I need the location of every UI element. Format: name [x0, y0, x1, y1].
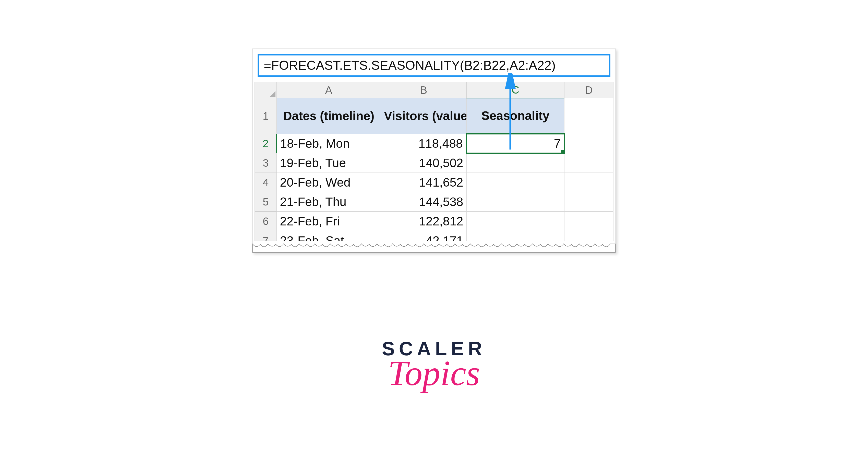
spreadsheet-grid[interactable]: A B C D 1 Dates (timeline) Visitors (val… [252, 82, 616, 253]
cell-a3[interactable]: 19-Feb, Tue [277, 153, 381, 173]
cell-b3[interactable]: 140,502 [381, 153, 466, 173]
cell-c1[interactable]: Seasonality [466, 98, 564, 134]
cell-c5[interactable] [466, 192, 564, 211]
select-all-corner[interactable] [255, 82, 277, 98]
cell-c3[interactable] [466, 153, 564, 173]
col-header-a[interactable]: A [277, 82, 381, 98]
cell-a2[interactable]: 18-Feb, Mon [277, 134, 381, 153]
row-header-3[interactable]: 3 [255, 153, 277, 173]
logo-line2: Topics [382, 352, 486, 394]
cell-b4[interactable]: 141,652 [381, 173, 466, 192]
scaler-topics-logo: SCALER Topics [382, 337, 486, 394]
excel-window: =FORECAST.ETS.SEASONALITY(B2:B22,A2:A22)… [252, 49, 616, 253]
row-header-2[interactable]: 2 [255, 134, 277, 153]
cell-c4[interactable] [466, 173, 564, 192]
cell-b1[interactable]: Visitors (values) [381, 98, 466, 134]
cell-d2[interactable] [564, 134, 614, 153]
row-header-5[interactable]: 5 [255, 192, 277, 211]
cell-a6[interactable]: 22-Feb, Fri [277, 211, 381, 231]
col-header-c[interactable]: C [466, 82, 564, 98]
cell-b6[interactable]: 122,812 [381, 211, 466, 231]
formula-bar[interactable]: =FORECAST.ETS.SEASONALITY(B2:B22,A2:A22) [257, 54, 611, 77]
cell-a5[interactable]: 21-Feb, Thu [277, 192, 381, 211]
col-header-b[interactable]: B [381, 82, 466, 98]
cell-c6[interactable] [466, 211, 564, 231]
cell-a1[interactable]: Dates (timeline) [277, 98, 381, 134]
cell-d5[interactable] [564, 192, 614, 211]
row-header-4[interactable]: 4 [255, 173, 277, 192]
row-header-1[interactable]: 1 [255, 98, 277, 134]
cell-c2[interactable]: 7 [466, 134, 564, 153]
row-header-6[interactable]: 6 [255, 211, 277, 231]
cell-a4[interactable]: 20-Feb, Wed [277, 173, 381, 192]
cell-d6[interactable] [564, 211, 614, 231]
cell-d3[interactable] [564, 153, 614, 173]
cell-d1[interactable] [564, 98, 614, 134]
torn-edge-decoration [252, 241, 616, 253]
col-header-d[interactable]: D [564, 82, 614, 98]
cell-d4[interactable] [564, 173, 614, 192]
cell-b2[interactable]: 118,488 [381, 134, 466, 153]
cell-b5[interactable]: 144,538 [381, 192, 466, 211]
